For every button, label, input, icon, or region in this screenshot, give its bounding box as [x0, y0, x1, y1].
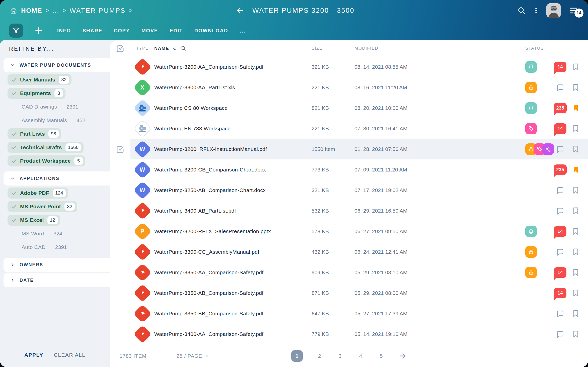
home-icon[interactable] [10, 7, 18, 15]
comment-cell[interactable]: 14 [552, 62, 568, 72]
breadcrumb-ellipsis[interactable]: ... [52, 7, 59, 15]
table-row[interactable]: WaterPump-3200-AA_Comparison-Safety.pdf3… [110, 57, 588, 77]
comment-cell[interactable]: 235 [552, 103, 568, 113]
comment-cell[interactable] [552, 145, 568, 153]
column-header-name[interactable]: NAME [154, 45, 302, 51]
back-arrow-icon[interactable] [236, 6, 244, 15]
column-header-status[interactable]: STATUS [515, 46, 552, 51]
comment-cell[interactable] [552, 83, 568, 92]
bookmark-cell[interactable] [568, 289, 583, 297]
filter-option-ms-power-point[interactable]: MS Power Point32 [8, 201, 77, 212]
comment-cell[interactable]: 235 [552, 164, 568, 175]
lock-status-badge[interactable] [525, 267, 537, 278]
filter-option-ms-excel[interactable]: MS Excel12 [8, 215, 60, 226]
comment-count-badge[interactable]: 235 [554, 164, 567, 175]
comment-count-badge[interactable]: 14 [554, 288, 566, 298]
breadcrumb-home[interactable]: HOME [21, 7, 42, 15]
comment-cell[interactable] [552, 186, 568, 195]
filter-button[interactable] [9, 24, 23, 38]
breadcrumb-section[interactable]: WATER PUMPS [69, 7, 126, 15]
comment-count-badge[interactable]: 14 [554, 226, 566, 237]
table-row[interactable]: WWaterPump-3200-CB_Comparison-Chart.docx… [110, 159, 588, 180]
table-row[interactable]: WaterPump-3350-BB_Comparison-Safety.pdf6… [110, 303, 588, 324]
table-row[interactable]: WWaterPump-3250-AB_Comparison-Chart.docx… [110, 180, 588, 201]
lock-status-badge[interactable] [525, 82, 537, 93]
bell-status-badge[interactable] [525, 226, 537, 237]
table-row[interactable]: WaterPump CS 80 Workspace821 KB08. 20. 2… [110, 98, 588, 118]
comment-cell[interactable]: 14 [552, 226, 568, 237]
filter-option-technical-drafts[interactable]: Technical Drafts1566 [8, 142, 84, 153]
select-all-checkbox[interactable] [110, 44, 130, 53]
comment-count-badge[interactable]: 235 [554, 103, 567, 113]
menu-item-edit[interactable]: EDIT [170, 28, 183, 34]
comment-cell[interactable]: 14 [552, 123, 568, 134]
page-button-5[interactable]: 5 [378, 353, 385, 359]
bookmark-cell[interactable] [568, 83, 583, 91]
menu-item-info[interactable]: INFO [57, 28, 71, 34]
bell-status-badge[interactable] [525, 61, 537, 73]
sidebar-section-applications[interactable]: APPLICATIONS [4, 171, 110, 186]
page-button-2[interactable]: 2 [316, 353, 323, 359]
avatar[interactable] [546, 3, 561, 18]
table-row[interactable]: WaterPump-3400-AA_Comparison-Safety.pdf7… [110, 324, 588, 344]
comment-count-badge[interactable]: 14 [554, 123, 566, 134]
filter-option-auto-cad[interactable]: Auto CAD2391 [8, 242, 67, 253]
sidebar-section-water-pump-documents[interactable]: WATER PUMP DOCUMENTS [4, 58, 110, 72]
filter-option-adobe-pdf[interactable]: Adobe PDF124 [8, 188, 68, 199]
apply-button[interactable]: APPLY [24, 352, 43, 358]
menu-item-share[interactable]: SHARE [83, 28, 102, 34]
comment-cell[interactable] [552, 248, 568, 256]
filter-option-product-workspace[interactable]: Product Workspace5 [8, 155, 85, 166]
add-button[interactable] [34, 26, 44, 35]
filter-option-assembly-manuals[interactable]: Assembly Manuals452 [8, 115, 85, 126]
table-row[interactable]: XWaterPump-3300-AA_PartList.xls221 KB08.… [110, 77, 588, 98]
bookmark-cell[interactable] [568, 166, 583, 174]
page-button-1[interactable]: 1 [291, 350, 303, 362]
per-page-select[interactable]: 25 / PAGE [177, 353, 209, 359]
bookmark-cell[interactable] [568, 207, 583, 215]
menu-more-button[interactable]: ... [240, 27, 246, 34]
comment-cell[interactable]: 14 [552, 267, 568, 278]
filter-option-equipments[interactable]: Equipments3 [8, 88, 65, 99]
column-header-modified[interactable]: MODIFIED [344, 46, 515, 51]
filter-option-ms-word[interactable]: MS Word324 [8, 228, 62, 239]
table-row[interactable]: WaterPump-3300-CC_AssemblyManual.pdf432 … [110, 242, 588, 262]
filter-list-icon[interactable]: 14 [567, 4, 580, 17]
table-row[interactable]: WWaterPump-3200_RFLX-InstructionManual.p… [110, 139, 588, 159]
sort-descending-icon[interactable] [172, 46, 178, 51]
column-header-type[interactable]: TYPE [130, 46, 154, 51]
comment-count-badge[interactable]: 14 [554, 62, 566, 72]
page-button-3[interactable]: 3 [336, 353, 344, 359]
bookmark-cell[interactable] [568, 248, 583, 256]
table-row[interactable]: WaterPump-3350-AB_Comparison-Safety.pdf8… [110, 283, 588, 303]
menu-item-copy[interactable]: COPY [114, 28, 130, 34]
menu-item-download[interactable]: DOWNLOAD [194, 28, 228, 34]
sidebar-section-date[interactable]: DATE [4, 273, 110, 287]
bookmark-cell[interactable] [568, 227, 583, 235]
lock-status-badge[interactable] [525, 246, 537, 258]
filter-option-part-lists[interactable]: Part Lists98 [8, 128, 61, 139]
bookmark-cell[interactable] [568, 104, 583, 112]
table-row[interactable]: PWaterPump-3200-RFLX_SalesPresentation.p… [110, 221, 588, 242]
page-button-4[interactable]: 4 [357, 353, 364, 359]
bookmark-cell[interactable] [568, 330, 583, 338]
clear-all-button[interactable]: CLEAR ALL [54, 352, 86, 358]
comment-cell[interactable]: 14 [552, 288, 568, 298]
comment-cell[interactable] [552, 309, 568, 318]
table-row[interactable]: WaterPump EN 733 Workspace221 KB07. 30. … [110, 118, 588, 139]
bookmark-cell[interactable] [568, 63, 583, 71]
column-search-icon[interactable] [181, 45, 187, 51]
comment-count-badge[interactable]: 14 [554, 267, 566, 278]
bookmark-cell[interactable] [568, 145, 583, 153]
tag-status-badge[interactable] [525, 123, 537, 134]
search-icon[interactable] [517, 6, 526, 15]
filter-option-user-manuals[interactable]: User Manuals32 [8, 74, 71, 85]
row-checkbox[interactable] [110, 145, 130, 154]
next-page-arrow-icon[interactable] [398, 352, 407, 360]
kebab-menu-icon[interactable] [532, 7, 540, 14]
table-row[interactable]: WaterPump-3350-AA_Comparison-Safety.pdf9… [110, 262, 588, 283]
bell-status-badge[interactable] [525, 102, 537, 114]
sidebar-section-owners[interactable]: OWNERS [4, 258, 110, 272]
menu-item-move[interactable]: MOVE [141, 28, 158, 34]
filter-option-cad-drawings[interactable]: CAD Drawings2391 [8, 101, 78, 112]
